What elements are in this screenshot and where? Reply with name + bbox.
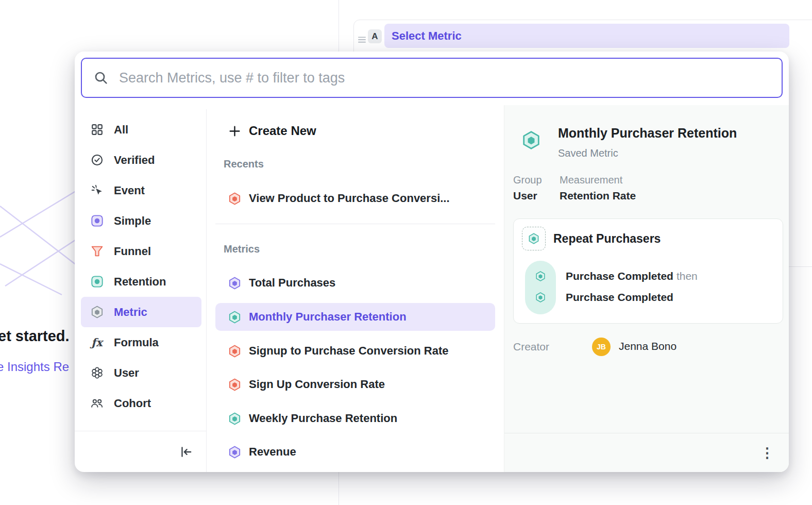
retention-hexagon-icon [227, 411, 242, 426]
step-hexagon-icon [535, 292, 546, 303]
measurement-value: Retention Rate [560, 190, 636, 202]
sidebar-item-verified[interactable]: Verified [81, 145, 201, 175]
sidebar-item-label: Formula [114, 336, 159, 349]
cohort-people-icon [89, 396, 105, 411]
sidebar-item-metric[interactable]: Metric [81, 297, 201, 327]
plus-icon [227, 123, 242, 139]
definition-name: Repeat Purchasers [553, 232, 661, 246]
sidebar-item-funnel[interactable]: Funnel [81, 236, 201, 266]
sidebar-item-simple[interactable]: Simple [81, 206, 201, 236]
metric-item-label: Weekly Purchase Retention [249, 412, 397, 425]
sidebar-item-label: Metric [114, 306, 147, 319]
metric-item-label: Total Purchases [249, 276, 335, 290]
group-value: User [513, 190, 537, 202]
metric-hexagon-icon [227, 444, 242, 460]
create-new-button[interactable]: Create New [215, 120, 495, 142]
sidebar-item-label: Event [114, 184, 145, 197]
metric-list-pane: Create New Recents View Product to Purch… [206, 105, 504, 472]
preview-footer: ⋮ [504, 433, 789, 472]
simple-metric-icon [89, 213, 105, 229]
search-icon [93, 70, 109, 86]
sidebar-item-label: Verified [114, 154, 155, 167]
grid-icon [89, 122, 105, 138]
definition-icon-box [522, 227, 546, 250]
screen: et started. e Insights Re A Select Metri… [0, 0, 812, 505]
creator-label: Creator [513, 341, 549, 353]
retention-hexagon-icon [521, 130, 542, 150]
sidebar-item-retention[interactable]: Retention [81, 266, 201, 297]
drag-handle-icon[interactable] [355, 32, 364, 42]
get-started-heading-fragment: et started. [0, 328, 70, 345]
sidebar-item-label: User [114, 366, 139, 380]
retention-icon [89, 274, 105, 290]
definition-step-1: Purchase Completedthen [566, 270, 698, 282]
verified-badge-icon [89, 153, 105, 168]
measurement-label: Measurement [560, 174, 622, 186]
user-flower-icon [89, 365, 105, 381]
retention-steps-pill [525, 261, 556, 314]
funnel-hexagon-icon [227, 377, 242, 392]
event-cursor-icon [89, 183, 105, 198]
sidebar-footer [75, 431, 206, 472]
metric-item-label: Signup to Purchase Conversion Rate [249, 344, 449, 358]
metric-item-sign-up-conversion-rate[interactable]: Sign Up Conversion Rate [215, 371, 495, 398]
search-input[interactable] [119, 70, 782, 86]
funnel-icon [89, 244, 105, 259]
sidebar-item-cohort[interactable]: Cohort [81, 388, 201, 418]
metric-item-label: Monthly Purchaser Retention [249, 310, 407, 324]
retention-hexagon-icon [528, 232, 540, 245]
select-metric-label: Select Metric [392, 29, 462, 43]
metric-item-signup-to-purchase-conversion-rate[interactable]: Signup to Purchase Conversion Rate [215, 337, 495, 365]
search-bar [81, 58, 783, 98]
funnel-hexagon-icon [227, 343, 242, 359]
sidebar-item-label: All [114, 123, 128, 137]
section-divider [215, 224, 495, 224]
sidebar-item-formula[interactable]: ƒx Formula [81, 327, 201, 358]
select-metric-dropdown[interactable]: Select Metric [384, 24, 789, 48]
collapse-left-icon[interactable] [177, 443, 195, 461]
clause-letter-chip: A [368, 29, 382, 43]
category-sidebar: All Verified Event Simple [75, 105, 206, 472]
creator-avatar: JB [592, 338, 611, 356]
recent-metric-item[interactable]: View Product to Purchase Conversi... [215, 184, 495, 212]
metric-item-monthly-purchaser-retention[interactable]: Monthly Purchaser Retention [215, 303, 495, 331]
sidebar-item-event[interactable]: Event [81, 175, 201, 206]
sidebar-item-all[interactable]: All [81, 114, 201, 145]
preview-title: Monthly Purchaser Retention [558, 126, 737, 141]
modal-body: All Verified Event Simple [75, 105, 789, 472]
metric-item-label: Revenue [249, 445, 296, 459]
funnel-hexagon-icon [227, 191, 242, 206]
metric-item-total-purchases[interactable]: Total Purchases [215, 269, 495, 297]
definition-step-2: Purchase Completed [566, 291, 673, 304]
metric-hexagon-icon [89, 305, 105, 320]
sidebar-item-label: Funnel [114, 245, 151, 258]
creator-name: Jenna Bono [619, 340, 676, 352]
sidebar-item-label: Retention [114, 275, 166, 289]
create-new-label: Create New [249, 124, 316, 138]
recents-section-label: Recents [224, 158, 264, 170]
metric-item-weekly-purchase-retention[interactable]: Weekly Purchase Retention [215, 405, 495, 432]
metric-item-label: Sign Up Conversion Rate [249, 378, 385, 391]
preview-subtitle: Saved Metric [558, 147, 618, 159]
metrics-section-label: Metrics [224, 243, 260, 255]
step-hexagon-icon [535, 271, 546, 282]
formula-icon: ƒx [89, 335, 105, 350]
sidebar-item-label: Simple [114, 214, 151, 228]
group-label: Group [513, 174, 542, 186]
insights-report-link-fragment[interactable]: e Insights Re [0, 360, 69, 374]
metric-item-label: View Product to Purchase Conversi... [249, 192, 450, 205]
retention-hexagon-icon [227, 309, 242, 325]
metric-hexagon-icon [227, 275, 242, 291]
sidebar-item-user[interactable]: User [81, 358, 201, 388]
sidebar-item-label: Cohort [114, 397, 151, 410]
metric-picker-modal: All Verified Event Simple [75, 52, 789, 472]
metric-preview-panel: Monthly Purchaser Retention Saved Metric… [504, 105, 789, 472]
kebab-menu-icon[interactable]: ⋮ [760, 443, 774, 463]
metric-item-revenue[interactable]: Revenue [215, 438, 495, 466]
metric-definition-card: Repeat Purchasers Purchase Completedthen… [513, 218, 783, 324]
